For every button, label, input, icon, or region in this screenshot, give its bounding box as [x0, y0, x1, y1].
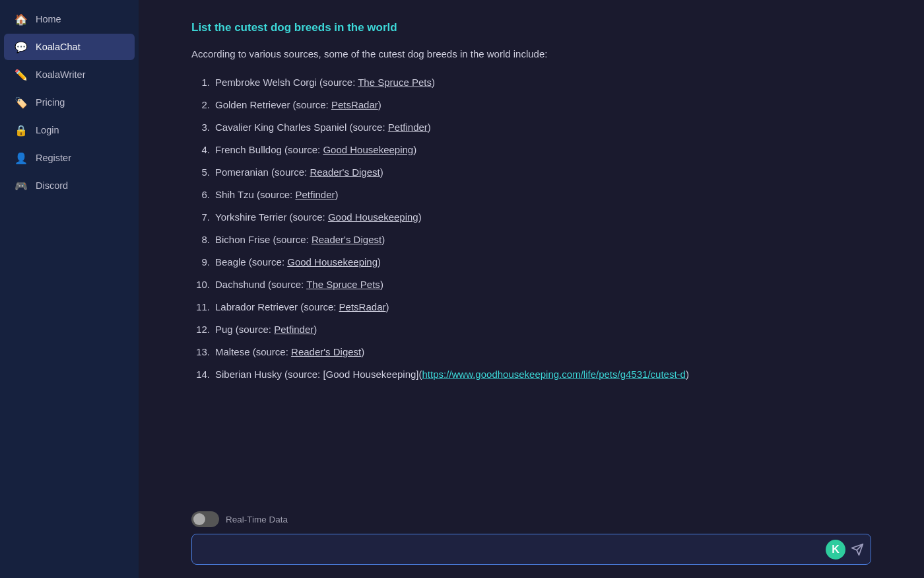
breed-text: Dachshund (source: The Spruce Pets)	[215, 277, 871, 293]
breed-num: 8.	[191, 232, 210, 248]
breed-text: Pug (source: Petfinder)	[215, 322, 871, 338]
discord-icon: 🎮	[15, 179, 28, 192]
sidebar-item-label-koalachat: KoalaChat	[36, 42, 81, 52]
source-link[interactable]: https://www.goodhousekeeping.com/life/pe…	[422, 369, 686, 380]
question-title: List the cutest dog breeds in the world	[191, 21, 871, 34]
list-item: 5.Pomeranian (source: Reader's Digest)	[191, 161, 871, 184]
sidebar-item-koalachat[interactable]: 💬 KoalaChat	[4, 34, 135, 60]
breed-text: Pembroke Welsh Corgi (source: The Spruce…	[215, 75, 871, 90]
source-link[interactable]: The Spruce Pets	[306, 279, 380, 290]
chat-input-row: K	[191, 534, 871, 565]
list-item: 9.Beagle (source: Good Housekeeping)	[191, 251, 871, 273]
list-item: 1.Pembroke Welsh Corgi (source: The Spru…	[191, 71, 871, 94]
toggle-knob	[193, 513, 205, 525]
answer-intro: According to various sources, some of th…	[191, 46, 871, 62]
sidebar-item-home[interactable]: 🏠 Home	[4, 6, 135, 32]
sidebar-item-pricing[interactable]: 🏷️ Pricing	[4, 89, 135, 116]
source-link[interactable]: Good Housekeeping	[323, 144, 413, 155]
breed-num: 9.	[191, 254, 210, 270]
sidebar-item-koalawriter[interactable]: ✏️ KoalaWriter	[4, 61, 135, 88]
main-content: List the cutest dog breeds in the world …	[139, 0, 924, 578]
breed-num: 2.	[191, 97, 210, 113]
source-link[interactable]: Good Housekeeping	[328, 211, 418, 223]
list-item: 3.Cavalier King Charles Spaniel (source:…	[191, 116, 871, 139]
sidebar-item-discord[interactable]: 🎮 Discord	[4, 172, 135, 199]
realtime-toggle-switch[interactable]	[191, 511, 219, 527]
breed-text: Labrador Retriever (source: PetsRadar)	[215, 299, 871, 315]
source-link[interactable]: Petfinder	[388, 122, 428, 133]
list-item: 10.Dachshund (source: The Spruce Pets)	[191, 273, 871, 296]
breed-num: 6.	[191, 187, 210, 203]
source-link[interactable]: Reader's Digest	[310, 166, 380, 178]
sidebar: 🏠 Home 💬 KoalaChat ✏️ KoalaWriter 🏷️ Pri…	[0, 0, 139, 578]
list-item: 14.Siberian Husky (source: [Good Houseke…	[191, 363, 871, 386]
breed-text: Maltese (source: Reader's Digest)	[215, 344, 871, 360]
realtime-label: Real-Time Data	[226, 515, 288, 524]
breed-num: 1.	[191, 75, 210, 90]
source-link[interactable]: Reader's Digest	[291, 346, 361, 357]
sidebar-item-label-login: Login	[36, 125, 59, 135]
source-link[interactable]: PetsRadar	[339, 301, 386, 312]
chat-input[interactable]	[199, 537, 820, 561]
chat-area: List the cutest dog breeds in the world …	[139, 0, 924, 501]
list-item: 13.Maltese (source: Reader's Digest)	[191, 341, 871, 363]
sidebar-item-label-home: Home	[36, 14, 61, 24]
breed-text: Beagle (source: Good Housekeeping)	[215, 254, 871, 270]
breed-text: Bichon Frise (source: Reader's Digest)	[215, 232, 871, 248]
breed-num: 14.	[191, 367, 210, 382]
list-item: 6.Shih Tzu (source: Petfinder)	[191, 184, 871, 206]
sidebar-item-label-pricing: Pricing	[36, 97, 65, 108]
koalachat-icon: 💬	[15, 40, 28, 54]
breed-text: Cavalier King Charles Spaniel (source: P…	[215, 120, 871, 135]
source-link[interactable]: Good Housekeeping	[287, 256, 378, 268]
breed-text: Pomeranian (source: Reader's Digest)	[215, 164, 871, 180]
breed-num: 13.	[191, 344, 210, 360]
list-item: 7.Yorkshire Terrier (source: Good Housek…	[191, 206, 871, 229]
source-link[interactable]: Reader's Digest	[312, 234, 381, 245]
breed-num: 3.	[191, 120, 210, 135]
source-link[interactable]: Petfinder	[274, 324, 314, 335]
sidebar-item-label-register: Register	[36, 153, 71, 163]
breed-text: French Bulldog (source: Good Housekeepin…	[215, 142, 871, 158]
breed-num: 11.	[191, 299, 210, 315]
source-link[interactable]: Petfinder	[295, 189, 335, 200]
list-item: 2.Golden Retriever (source: PetsRadar)	[191, 94, 871, 116]
breed-num: 4.	[191, 142, 210, 158]
home-icon: 🏠	[15, 13, 28, 26]
register-icon: 👤	[15, 151, 28, 164]
send-button[interactable]	[851, 543, 864, 556]
breed-text: Shih Tzu (source: Petfinder)	[215, 187, 871, 203]
realtime-toggle-row: Real-Time Data	[191, 511, 871, 527]
koala-icon-button[interactable]: K	[826, 540, 845, 560]
breed-text: Siberian Husky (source: [Good Housekeepi…	[215, 367, 871, 382]
breed-num: 5.	[191, 164, 210, 180]
source-link[interactable]: PetsRadar	[331, 99, 378, 110]
list-item: 4.French Bulldog (source: Good Housekeep…	[191, 139, 871, 161]
breed-num: 10.	[191, 277, 210, 293]
breed-num: 7.	[191, 209, 210, 225]
pricing-icon: 🏷️	[15, 96, 28, 109]
sidebar-item-login[interactable]: 🔒 Login	[4, 117, 135, 143]
login-icon: 🔒	[15, 124, 28, 137]
sidebar-item-register[interactable]: 👤 Register	[4, 145, 135, 171]
list-item: 12.Pug (source: Petfinder)	[191, 318, 871, 341]
source-link[interactable]: The Spruce Pets	[358, 77, 432, 88]
breed-list: 1.Pembroke Welsh Corgi (source: The Spru…	[191, 71, 871, 386]
bottom-bar: Real-Time Data K	[139, 501, 924, 578]
koalawriter-icon: ✏️	[15, 68, 28, 81]
sidebar-item-label-discord: Discord	[36, 180, 68, 191]
breed-text: Yorkshire Terrier (source: Good Housekee…	[215, 209, 871, 225]
breed-num: 12.	[191, 322, 210, 338]
breed-text: Golden Retriever (source: PetsRadar)	[215, 97, 871, 113]
list-item: 8.Bichon Frise (source: Reader's Digest)	[191, 229, 871, 251]
sidebar-item-label-koalawriter: KoalaWriter	[36, 69, 85, 80]
list-item: 11.Labrador Retriever (source: PetsRadar…	[191, 296, 871, 318]
